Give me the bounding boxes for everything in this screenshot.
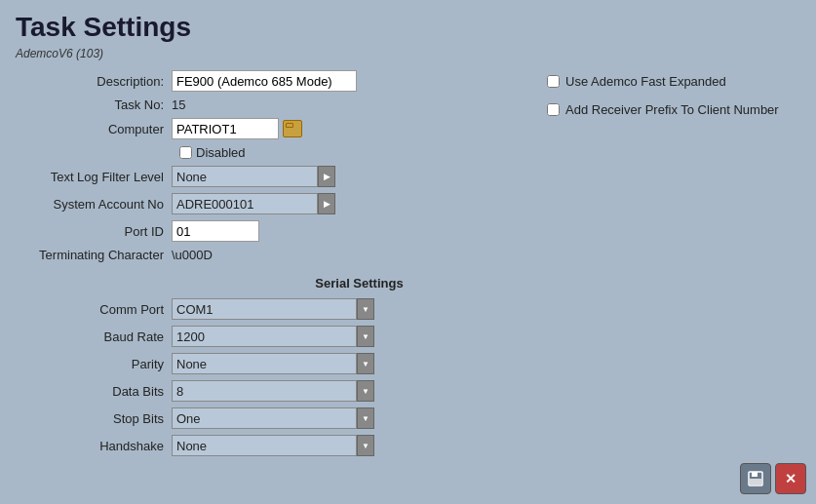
use-ademco-checkbox[interactable] <box>547 75 560 88</box>
stop-bits-arrow[interactable] <box>357 407 374 429</box>
comm-port-display: COM1 <box>172 298 357 320</box>
system-account-row: System Account No ADRE000101 <box>16 193 547 214</box>
data-bits-label: Data Bits <box>16 384 172 399</box>
system-account-display: ADRE000101 <box>172 193 318 214</box>
data-bits-row: Data Bits 8 <box>16 380 547 402</box>
handshake-label: Handshake <box>16 439 172 453</box>
svg-rect-1 <box>752 472 758 477</box>
handshake-display: None <box>172 435 357 456</box>
add-receiver-row: Add Receiver Prefix To Client Number <box>547 102 800 117</box>
close-icon: ✕ <box>785 471 797 486</box>
description-row: Description: <box>16 70 547 92</box>
stop-bits-row: Stop Bits One <box>16 407 547 429</box>
comm-port-arrow[interactable] <box>357 298 374 320</box>
bottom-buttons: ✕ <box>740 463 806 494</box>
baud-rate-arrow[interactable] <box>357 326 374 347</box>
parity-display: None <box>172 353 357 374</box>
save-button[interactable] <box>740 463 771 494</box>
port-id-input[interactable] <box>172 220 259 242</box>
system-account-arrow[interactable] <box>318 193 335 214</box>
computer-row: Computer <box>16 118 547 139</box>
description-label: Description: <box>16 74 172 89</box>
terminating-value: \u000D <box>172 248 213 262</box>
serial-settings-title: Serial Settings <box>172 276 547 291</box>
add-receiver-checkbox[interactable] <box>547 103 560 116</box>
baud-rate-display: 1200 <box>172 326 357 347</box>
parity-row: Parity None <box>16 353 547 374</box>
baud-rate-row: Baud Rate 1200 <box>16 326 547 347</box>
page-title: Task Settings <box>0 0 816 47</box>
computer-label: Computer <box>16 122 172 136</box>
page-subtitle: AdemcoV6 (103) <box>0 47 816 70</box>
stop-bits-display: One <box>172 407 357 429</box>
computer-input[interactable] <box>172 118 279 139</box>
comm-port-label: Comm Port <box>16 302 172 317</box>
handshake-row: Handshake None <box>16 435 547 456</box>
right-panel: Use Ademco Fast Expanded Add Receiver Pr… <box>547 70 800 462</box>
use-ademco-row: Use Ademco Fast Expanded <box>547 74 800 89</box>
port-id-label: Port ID <box>16 224 172 239</box>
parity-label: Parity <box>16 357 172 371</box>
description-input[interactable] <box>172 70 357 92</box>
text-log-arrow[interactable] <box>318 166 335 187</box>
stop-bits-label: Stop Bits <box>16 411 172 426</box>
data-bits-arrow[interactable] <box>357 380 374 402</box>
data-bits-display: 8 <box>172 380 357 402</box>
system-account-label: System Account No <box>16 197 172 212</box>
close-button[interactable]: ✕ <box>775 463 806 494</box>
add-receiver-label: Add Receiver Prefix To Client Number <box>565 102 779 117</box>
folder-icon[interactable] <box>283 120 302 137</box>
task-no-value: 15 <box>172 97 185 112</box>
terminating-label: Terminating Character <box>16 248 172 262</box>
handshake-arrow[interactable] <box>357 435 374 456</box>
comm-port-row: Comm Port COM1 <box>16 298 547 320</box>
disabled-row: Disabled <box>179 145 547 160</box>
task-no-row: Task No: 15 <box>16 97 547 112</box>
port-id-row: Port ID <box>16 220 547 242</box>
parity-arrow[interactable] <box>357 353 374 374</box>
text-log-label: Text Log Filter Level <box>16 170 172 184</box>
text-log-display: None <box>172 166 318 187</box>
use-ademco-label: Use Ademco Fast Expanded <box>565 74 726 89</box>
text-log-row: Text Log Filter Level None <box>16 166 547 187</box>
task-no-label: Task No: <box>16 97 172 112</box>
terminating-row: Terminating Character \u000D <box>16 248 547 262</box>
disabled-checkbox[interactable] <box>179 146 192 159</box>
svg-rect-2 <box>750 479 761 485</box>
baud-rate-label: Baud Rate <box>16 330 172 344</box>
disabled-label: Disabled <box>196 145 246 160</box>
